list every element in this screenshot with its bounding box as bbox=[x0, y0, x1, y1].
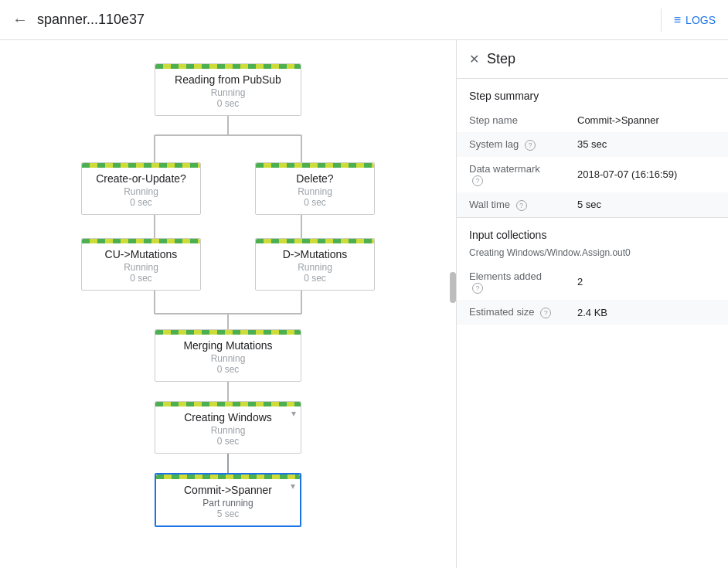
field-value-walltime: 5 sec bbox=[565, 192, 728, 217]
help-icon-walltime[interactable]: ? bbox=[516, 200, 527, 211]
field-label-elements: Elements added ? bbox=[457, 264, 565, 301]
input-collections-title: Input collections bbox=[457, 217, 728, 244]
stripe-cu-mut bbox=[82, 239, 200, 243]
node-merging-mutations[interactable]: Merging Mutations Running 0 sec bbox=[155, 329, 301, 382]
table-row: System lag ? 35 sec bbox=[457, 132, 728, 157]
node-cu-time: 0 sec bbox=[93, 197, 189, 208]
branch-col-d-mut: D->Mutations Running 0 sec bbox=[255, 238, 375, 291]
node-reading-status: Running bbox=[166, 87, 290, 98]
pipeline-panel: Reading from PubSub Running 0 sec bbox=[0, 40, 456, 568]
branch-row-1: Create-or-Update? Running 0 sec Delete? … bbox=[81, 162, 375, 215]
main-content: Reading from PubSub Running 0 sec bbox=[0, 40, 728, 568]
node-d-mutations[interactable]: D->Mutations Running 0 sec bbox=[255, 238, 375, 291]
node-delete[interactable]: Delete? Running 0 sec bbox=[255, 162, 375, 215]
creating-chevron: ▾ bbox=[291, 408, 296, 419]
step-panel-title: Step bbox=[487, 51, 515, 67]
node-creating-name: Creating Windows bbox=[166, 411, 290, 423]
node-cu-mut-status: Running bbox=[93, 262, 189, 273]
node-commit-status: Part running bbox=[167, 498, 289, 508]
step-panel-header: ✕ Step bbox=[457, 40, 728, 79]
field-label-estsize: Estimated size ? bbox=[457, 300, 565, 325]
stripe-merging bbox=[155, 330, 301, 335]
pipeline-graph: Reading from PubSub Running 0 sec bbox=[15, 56, 441, 527]
logs-label: LOGS bbox=[685, 14, 716, 26]
field-label-watermark: Data watermark ? bbox=[457, 157, 565, 193]
stripe-cu bbox=[82, 163, 200, 168]
step-panel: ✕ Step Step summary Step name Commit->Sp… bbox=[456, 40, 728, 568]
node-creating-status: Running bbox=[166, 425, 290, 436]
table-row: Step name Commit->Spanner bbox=[457, 108, 728, 132]
field-value-estsize: 2.4 KB bbox=[565, 300, 728, 325]
node-merging-status: Running bbox=[166, 353, 290, 364]
node-delete-status: Running bbox=[267, 186, 363, 197]
scrollbar-handle[interactable] bbox=[450, 272, 456, 303]
branch-row-2: CU->Mutations Running 0 sec D->Mutations… bbox=[81, 238, 375, 291]
input-collection-name: Creating Windows/Window.Assign.out0 bbox=[457, 244, 728, 264]
branch-col-right: Delete? Running 0 sec bbox=[255, 162, 375, 215]
connector-merging-creating bbox=[227, 382, 229, 401]
node-merging-name: Merging Mutations bbox=[166, 339, 290, 352]
node-delete-name: Delete? bbox=[267, 172, 363, 185]
table-row: Data watermark ? 2018-07-07 (16:16:59) bbox=[457, 157, 728, 193]
help-icon-systemlag[interactable]: ? bbox=[525, 140, 536, 151]
branch-col-left: Create-or-Update? Running 0 sec bbox=[81, 162, 201, 215]
node-d-mut-status: Running bbox=[267, 262, 363, 273]
node-cu-mut-name: CU->Mutations bbox=[93, 248, 189, 260]
stripe-d-mut bbox=[256, 239, 374, 243]
node-creating-windows[interactable]: Creating Windows Running 0 sec ▾ bbox=[155, 401, 301, 454]
field-label-systemlag: System lag ? bbox=[457, 132, 565, 157]
node-create-or-update[interactable]: Create-or-Update? Running 0 sec bbox=[81, 162, 201, 215]
branch-svg-2 bbox=[81, 215, 375, 238]
header: ← spanner...110e37 ≡ LOGS bbox=[0, 0, 728, 40]
commit-chevron: ▾ bbox=[291, 481, 295, 491]
table-row: Wall time ? 5 sec bbox=[457, 192, 728, 217]
node-creating-time: 0 sec bbox=[166, 436, 290, 447]
stripe-reading bbox=[155, 64, 301, 69]
page-title: spanner...110e37 bbox=[37, 12, 648, 28]
field-label-walltime: Wall time ? bbox=[457, 192, 565, 217]
logs-icon: ≡ bbox=[674, 13, 681, 27]
step-summary-title: Step summary bbox=[457, 79, 728, 108]
back-button[interactable]: ← bbox=[12, 11, 28, 29]
step-close-button[interactable]: ✕ bbox=[469, 52, 479, 66]
node-merging-time: 0 sec bbox=[166, 364, 290, 375]
node-commit-name: Commit->Spanner bbox=[167, 484, 289, 496]
help-icon-elements[interactable]: ? bbox=[472, 283, 483, 294]
field-label-stepname: Step name bbox=[457, 108, 565, 132]
node-commit-time: 5 sec bbox=[167, 508, 289, 519]
node-commit-spanner[interactable]: Commit->Spanner Part running 5 sec ▾ bbox=[155, 473, 301, 527]
node-reading[interactable]: Reading from PubSub Running 0 sec bbox=[155, 63, 301, 116]
header-divider bbox=[661, 9, 662, 32]
connector-creating-commit bbox=[227, 454, 229, 473]
stripe-commit bbox=[156, 474, 300, 479]
branch-svg-merge bbox=[81, 291, 375, 329]
stripe-creating bbox=[155, 402, 301, 406]
field-value-systemlag: 35 sec bbox=[565, 132, 728, 157]
table-row: Estimated size ? 2.4 KB bbox=[457, 300, 728, 325]
branch-col-cu-mut: CU->Mutations Running 0 sec bbox=[81, 238, 201, 291]
node-delete-time: 0 sec bbox=[267, 197, 363, 208]
field-value-watermark: 2018-07-07 (16:16:59) bbox=[565, 157, 728, 193]
node-reading-name: Reading from PubSub bbox=[166, 73, 290, 86]
field-value-elements: 2 bbox=[565, 264, 728, 301]
node-cu-status: Running bbox=[93, 186, 189, 197]
collection-table: Elements added ? 2 Estimated size ? 2.4 … bbox=[457, 264, 728, 325]
stripe-delete bbox=[256, 163, 374, 168]
node-cu-mut-time: 0 sec bbox=[93, 273, 189, 284]
node-d-mut-time: 0 sec bbox=[267, 273, 363, 284]
node-cu-name: Create-or-Update? bbox=[93, 172, 189, 185]
field-value-stepname: Commit->Spanner bbox=[565, 108, 728, 132]
node-cu-mutations[interactable]: CU->Mutations Running 0 sec bbox=[81, 238, 201, 291]
logs-button[interactable]: ≡ LOGS bbox=[674, 13, 716, 27]
table-row: Elements added ? 2 bbox=[457, 264, 728, 301]
node-reading-time: 0 sec bbox=[166, 98, 290, 109]
help-icon-watermark[interactable]: ? bbox=[472, 175, 483, 186]
step-summary-table: Step name Commit->Spanner System lag ? 3… bbox=[457, 108, 728, 217]
help-icon-estsize[interactable]: ? bbox=[540, 308, 551, 318]
collection-body: Elements added ? 2 Estimated size ? 2.4 … bbox=[457, 264, 728, 325]
node-d-mut-name: D->Mutations bbox=[267, 248, 363, 260]
branch-svg-top bbox=[81, 116, 375, 162]
step-summary-body: Step name Commit->Spanner System lag ? 3… bbox=[457, 108, 728, 217]
